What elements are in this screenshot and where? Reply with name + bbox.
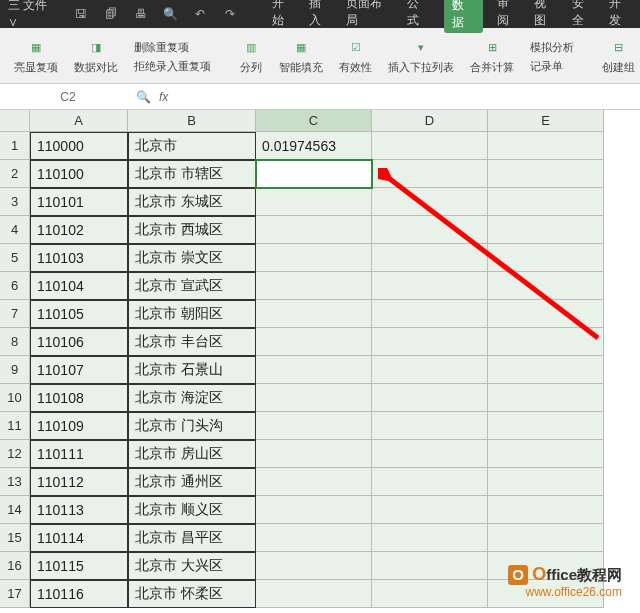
cell[interactable] [372, 328, 488, 356]
cell[interactable] [488, 468, 604, 496]
cell[interactable]: 北京市 东城区 [128, 188, 256, 216]
cell[interactable]: 北京市 房山区 [128, 440, 256, 468]
tab-view[interactable]: 视图 [534, 0, 557, 33]
col-header-c[interactable]: C [256, 110, 372, 132]
row-header[interactable]: 8 [0, 328, 30, 356]
cell[interactable]: 0.01974563 [256, 132, 372, 160]
row-header[interactable]: 16 [0, 552, 30, 580]
tab-review[interactable]: 审阅 [497, 0, 520, 33]
cell[interactable] [372, 188, 488, 216]
row-header[interactable]: 1 [0, 132, 30, 160]
highlight-duplicates[interactable]: ▦亮显复项 [8, 36, 64, 75]
cell[interactable]: 110102 [30, 216, 128, 244]
cell[interactable]: 北京市 丰台区 [128, 328, 256, 356]
cell[interactable]: 110113 [30, 496, 128, 524]
cell[interactable]: 北京市 宣武区 [128, 272, 256, 300]
row-header[interactable]: 12 [0, 440, 30, 468]
cell[interactable] [256, 552, 372, 580]
preview-icon[interactable]: 🔍 [163, 6, 179, 22]
cell[interactable] [256, 580, 372, 608]
tab-layout[interactable]: 页面布局 [346, 0, 392, 33]
file-menu[interactable]: 三 文件 ∨ [8, 0, 60, 31]
fx-icon[interactable]: fx [159, 90, 168, 104]
cell[interactable]: 北京市 大兴区 [128, 552, 256, 580]
cell[interactable] [256, 328, 372, 356]
cell[interactable]: 110105 [30, 300, 128, 328]
cell[interactable]: 110101 [30, 188, 128, 216]
undo-icon[interactable]: ↶ [192, 6, 208, 22]
cell[interactable] [488, 188, 604, 216]
tab-start[interactable]: 开始 [272, 0, 295, 33]
magnify-icon[interactable]: 🔍 [136, 90, 151, 104]
cell[interactable]: 110111 [30, 440, 128, 468]
save-icon[interactable]: 🖫 [74, 6, 90, 22]
cell[interactable] [372, 356, 488, 384]
cell[interactable] [372, 300, 488, 328]
cell[interactable]: 110103 [30, 244, 128, 272]
cell[interactable]: 北京市 [128, 132, 256, 160]
cell[interactable]: 110116 [30, 580, 128, 608]
group[interactable]: ⊟创建组 [596, 36, 640, 75]
cell[interactable] [488, 440, 604, 468]
cell[interactable]: 北京市 门头沟 [128, 412, 256, 440]
cell[interactable] [488, 384, 604, 412]
cell[interactable]: 110107 [30, 356, 128, 384]
cell[interactable] [372, 244, 488, 272]
cell[interactable] [372, 216, 488, 244]
cell[interactable] [372, 160, 488, 188]
row-header[interactable]: 11 [0, 412, 30, 440]
cell[interactable] [488, 272, 604, 300]
select-all-corner[interactable] [0, 110, 30, 132]
cell[interactable] [488, 524, 604, 552]
cell[interactable]: 110106 [30, 328, 128, 356]
row-header[interactable]: 15 [0, 524, 30, 552]
cell[interactable]: 北京市 崇文区 [128, 244, 256, 272]
row-header[interactable]: 2 [0, 160, 30, 188]
cell[interactable] [488, 300, 604, 328]
cell[interactable] [256, 384, 372, 412]
col-header-e[interactable]: E [488, 110, 604, 132]
row-header[interactable]: 9 [0, 356, 30, 384]
row-header[interactable]: 3 [0, 188, 30, 216]
cell[interactable] [488, 412, 604, 440]
cell[interactable] [256, 496, 372, 524]
cell[interactable] [372, 496, 488, 524]
tab-formula[interactable]: 公式 [407, 0, 430, 33]
cell[interactable] [256, 160, 372, 188]
cell[interactable] [256, 524, 372, 552]
row-header[interactable]: 6 [0, 272, 30, 300]
cell[interactable]: 北京市 朝阳区 [128, 300, 256, 328]
consolidate[interactable]: ⊞合并计算 [464, 36, 520, 75]
cell[interactable]: 110109 [30, 412, 128, 440]
cell[interactable] [372, 132, 488, 160]
cell[interactable] [256, 412, 372, 440]
cell[interactable] [372, 580, 488, 608]
cell[interactable]: 110104 [30, 272, 128, 300]
reject-duplicates[interactable]: 拒绝录入重复项 [134, 59, 211, 74]
name-box[interactable]: C2 [8, 90, 128, 104]
cell[interactable] [256, 188, 372, 216]
row-header[interactable]: 14 [0, 496, 30, 524]
tab-insert[interactable]: 插入 [309, 0, 332, 33]
row-header[interactable]: 7 [0, 300, 30, 328]
cell[interactable] [372, 552, 488, 580]
validation[interactable]: ☑有效性 [333, 36, 378, 75]
cell[interactable]: 110000 [30, 132, 128, 160]
cell[interactable]: 北京市 通州区 [128, 468, 256, 496]
row-header[interactable]: 13 [0, 468, 30, 496]
cell[interactable]: 北京市 海淀区 [128, 384, 256, 412]
cell[interactable] [256, 356, 372, 384]
cell[interactable] [488, 160, 604, 188]
cell[interactable]: 北京市 顺义区 [128, 496, 256, 524]
cell[interactable]: 110108 [30, 384, 128, 412]
redo-icon[interactable]: ↷ [222, 6, 238, 22]
data-compare[interactable]: ◨数据对比 [68, 36, 124, 75]
cell[interactable] [372, 412, 488, 440]
col-header-d[interactable]: D [372, 110, 488, 132]
cell[interactable]: 北京市 怀柔区 [128, 580, 256, 608]
cell[interactable] [256, 244, 372, 272]
tab-security[interactable]: 安全 [572, 0, 595, 33]
cell[interactable] [372, 440, 488, 468]
save-as-icon[interactable]: 🗐 [103, 6, 119, 22]
cell[interactable] [372, 384, 488, 412]
